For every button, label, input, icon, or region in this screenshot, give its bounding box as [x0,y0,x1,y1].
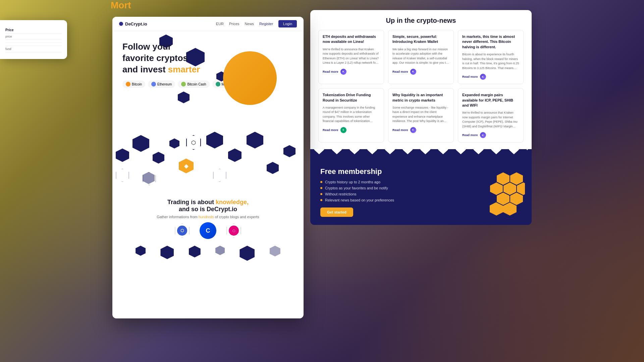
tag-bitcoin-cash[interactable]: Bitcoin Cash [178,80,209,88]
main-container: DeCrypt.io EUR Prices News Register Logi… [0,0,644,362]
bhex2 [160,246,174,259]
news-card-6-footer: Read more K [462,132,519,138]
news-card-6[interactable]: Expanded margin pairs available for ICP,… [458,88,524,142]
bhex6 [270,246,280,256]
read-more-3[interactable]: Read more [462,75,478,78]
hex-decoration-area: ⬡ ◈ [112,125,304,192]
trading-section: Trading is about knowledge, and so is De… [112,192,304,271]
hex-d3 [153,152,164,164]
feature-3-text: Without restrictions [325,192,357,196]
news-grid: ETH deposits and withdrawals now availab… [318,30,524,142]
nav-links: EUR Prices News Register Login [216,20,297,27]
crypto-icons-row: ⬡ C ⬡ [122,219,293,242]
feature-3: Without restrictions [320,192,475,196]
news-card-3[interactable]: In markets, this time is almost never di… [458,30,524,84]
tag-ethereum[interactable]: Ethereum [148,80,175,88]
read-more-5[interactable]: Read more [392,128,408,132]
membership-text: Free membership Crypto history up to 2 m… [320,167,475,217]
hex-outline-1 [116,169,129,182]
kraken-logo-6: K [480,132,486,138]
read-more-4[interactable]: Read more [323,128,338,132]
news-section: Up in the crypto-news ETH deposits and w… [310,10,532,149]
news-card-4[interactable]: Tokenization Drive Funding Round in Secu… [318,88,384,142]
news-card-5[interactable]: Why liquidity is an important metric in … [388,88,454,142]
kraken-logo-2: K [410,69,416,75]
kraken-logo-1: K [340,69,346,75]
wave-divider [310,149,532,159]
read-more-6[interactable]: Read more [462,133,478,137]
hex-icon-chain: ⬡ [186,135,201,150]
news-card-2-footer: Read more K [392,69,449,75]
feature-dot-2 [320,187,322,189]
hero-title: Follow your favorite cryptos and invest … [122,41,210,75]
news-card-1-title: ETH deposits and withdrawals now availab… [323,34,380,45]
navbar: DeCrypt.io EUR Prices News Register Logi… [112,17,304,31]
bhex1 [136,246,146,256]
register-button[interactable]: Register [259,22,273,26]
feature-1-text: Crypto history up to 2 months ago [325,180,380,184]
logo-icon [119,22,123,26]
nav-news[interactable]: News [245,22,254,26]
membership-title: Free membership [320,167,475,176]
feature-1: Crypto history up to 2 months ago [320,180,475,184]
trading-subtitle: Gather informations from hundreds of cry… [122,215,293,219]
trading-title: Trading is about knowledge, and so is De… [122,199,293,213]
news-card-3-body: Bitcoin is about to experience its fourt… [462,52,519,70]
hex-d4 [169,138,179,148]
hex-d9 [267,162,279,174]
nav-prices[interactable]: Prices [229,22,239,26]
news-card-1-footer: Read more K [323,69,380,75]
kraken-logo-3: K [480,74,486,80]
tag-bitcoin[interactable]: Bitcoin [122,80,145,88]
feature-2-text: Cryptos as your favorites and be notify [325,186,388,190]
news-card-3-footer: Read more K [462,74,519,80]
hex-d2 [132,135,149,152]
more-cryptos-icon [216,82,220,86]
news-card-4-footer: Read more S [323,127,380,133]
membership-section: Free membership Crypto history up to 2 m… [310,159,532,225]
read-more-1[interactable]: Read more [323,70,338,73]
news-card-3-title: In markets, this time is almost never di… [462,34,519,50]
news-card-5-title: Why liquidity is an important metric in … [392,93,449,103]
nav-eur[interactable]: EUR [216,22,224,26]
hex-d10 [283,145,296,157]
chainlink-hex-icon: ⬡ [175,223,190,238]
feature-dot-1 [320,181,322,183]
login-button[interactable]: Login [278,20,297,27]
news-card-5-body: Some exchange measures - like liquidity … [392,106,449,124]
gold-circle-decoration [223,51,277,105]
feature-2: Cryptos as your favorites and be notify [320,186,475,190]
hero-hex-4 [178,92,190,103]
hex-d7 [247,132,263,148]
bitcoin-cash-icon [181,82,186,86]
logo[interactable]: DeCrypt.io [119,21,147,26]
bhex3 [189,246,201,257]
hex-d5 [206,132,223,148]
tag-bch-label: Bitcoin Cash [187,82,206,86]
feature-4-text: Relevant news based on your preferences [325,198,394,202]
honeycomb-svg [481,172,525,216]
right-panel: Up in the crypto-news ETH deposits and w… [310,10,532,225]
bhex4 [215,246,225,255]
news-card-4-title: Tokenization Drive Funding Round in Secu… [323,93,380,103]
hex-d1 [116,148,129,162]
news-card-5-footer: Read more K [392,127,449,133]
news-card-2[interactable]: Simple, secure, powerful: Introducing Kr… [388,30,454,84]
honeycomb-graphic [481,172,522,212]
news-card-1-body: We're thrilled to announce that Kraken n… [323,47,380,65]
coin-c-icon: C [200,222,216,239]
read-more-2[interactable]: Read more [392,70,408,73]
hex-d6 [228,148,241,162]
kraken-logo-5: K [410,127,416,133]
hex-binance-icon: ◈ [179,159,194,173]
news-card-1[interactable]: ETH deposits and withdrawals now availab… [318,30,384,84]
feature-4: Relevant news based on your preferences [320,198,475,202]
left-panel: DeCrypt.io EUR Prices News Register Logi… [112,17,304,318]
hero-section: Follow your favorite cryptos and invest … [112,31,304,125]
tag-ethereum-label: Ethereum [157,82,172,86]
hex-icon-2: ⬡ [226,223,241,238]
membership-cta-button[interactable]: Get started [320,207,353,217]
hex-outline-3 [213,169,226,182]
bitcoin-icon [126,82,130,86]
news-card-2-title: Simple, secure, powerful: Introducing Kr… [392,34,449,45]
